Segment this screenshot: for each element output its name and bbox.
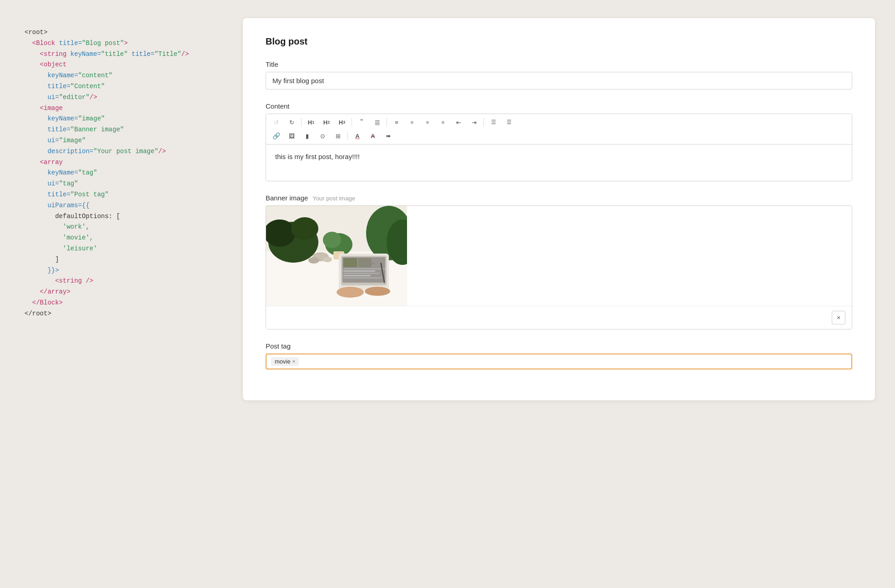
- code-line: ui="editor"/>: [25, 92, 234, 103]
- code-line: title="Post tag": [25, 189, 234, 200]
- editor-container: ↺ ↻ H1 H2 H3 " ≣ ≡ ≡ ≡ ≡ ⇤: [266, 114, 852, 181]
- h3-button[interactable]: H3: [335, 116, 349, 129]
- code-line: description="Your post image"/>: [25, 146, 234, 157]
- h2-button[interactable]: H2: [319, 116, 334, 129]
- code-line: 'movie',: [25, 233, 234, 244]
- editor-content-area[interactable]: this is my first post, horay!!!!: [266, 145, 852, 181]
- code-panel: <root> <Block title="Blog post"> <string…: [15, 14, 243, 405]
- code-line: keyName="tag": [25, 168, 234, 179]
- code-line: <string keyName="title" title="Title"/>: [25, 49, 234, 60]
- code-line: </Block>: [25, 298, 234, 309]
- quote-button[interactable]: ": [354, 116, 369, 129]
- divider: [387, 118, 387, 127]
- tag-remove-button[interactable]: ×: [292, 359, 295, 364]
- code-line: <array: [25, 157, 234, 168]
- align-center-button[interactable]: ≡: [405, 116, 419, 129]
- svg-point-24: [365, 287, 390, 296]
- code-line: <string />: [25, 276, 234, 287]
- code-line: </array>: [25, 287, 234, 298]
- svg-point-12: [323, 257, 332, 262]
- form-panel: Blog post Title Content ↺ ↻ H1 H2 H3: [243, 18, 875, 400]
- divider: [301, 118, 302, 127]
- title-label: Title: [266, 60, 852, 68]
- code-line: keyName="content": [25, 70, 234, 81]
- tag-text: movie: [275, 358, 291, 365]
- code-line: title="Banner image": [25, 125, 234, 135]
- code-line: defaultOptions: [: [25, 211, 234, 222]
- table-button[interactable]: ⊞: [331, 130, 345, 142]
- code-line: keyName="image": [25, 114, 234, 125]
- ordered-list-button[interactable]: ☰: [486, 116, 501, 129]
- svg-rect-20: [343, 273, 380, 274]
- tag-item: movie ×: [271, 357, 299, 366]
- svg-point-23: [337, 287, 364, 298]
- content-label: Content: [266, 102, 852, 110]
- code-line: uiParams={{: [25, 200, 234, 211]
- divider: [483, 118, 484, 127]
- remove-image-button[interactable]: ×: [832, 311, 845, 324]
- post-tag-field-group: Post tag movie ×: [266, 342, 852, 369]
- svg-rect-19: [343, 270, 375, 272]
- code-line: 'work',: [25, 222, 234, 233]
- banner-label: Banner image: [266, 194, 308, 202]
- svg-point-11: [308, 257, 319, 264]
- font-color-button[interactable]: A: [350, 130, 365, 142]
- banner-image[interactable]: [266, 206, 407, 306]
- align-left-button[interactable]: ≡: [389, 116, 404, 129]
- justify-button[interactable]: ≡: [436, 116, 450, 129]
- divider: [352, 118, 352, 127]
- svg-rect-22: [343, 277, 382, 279]
- align-right-button[interactable]: ≡: [420, 116, 435, 129]
- svg-rect-17: [358, 258, 372, 267]
- form-title: Blog post: [266, 36, 852, 47]
- code-line: 'leisure': [25, 244, 234, 254]
- toolbar-row-2: 🔗 🖼 ▮ ⊙ ⊞ A A ➠: [269, 130, 849, 142]
- image-upload-container: ×: [266, 205, 852, 329]
- content-field-group: Content ↺ ↻ H1 H2 H3 " ≣ ≡: [266, 102, 852, 181]
- title-input[interactable]: [266, 72, 852, 90]
- divider-button[interactable]: ≣: [370, 116, 384, 129]
- link-button[interactable]: 🔗: [269, 130, 283, 142]
- indent-button[interactable]: ⇥: [467, 116, 481, 129]
- h1-button[interactable]: H1: [304, 116, 318, 129]
- code-line: </root>: [25, 309, 234, 319]
- outdent-button[interactable]: ⇤: [451, 116, 466, 129]
- svg-point-6: [323, 232, 341, 248]
- code-line: title="Content": [25, 81, 234, 92]
- banner-label-row: Banner image Your post image: [266, 194, 852, 202]
- title-field-group: Title: [266, 60, 852, 90]
- image-actions: ×: [266, 306, 852, 329]
- font-highlight-button[interactable]: A: [366, 130, 380, 142]
- code-line: <object: [25, 60, 234, 70]
- svg-rect-16: [343, 258, 357, 267]
- code-line: }}>: [25, 265, 234, 276]
- divider: [347, 131, 348, 140]
- app-container: <root> <Block title="Blog post"> <string…: [15, 14, 880, 405]
- post-tag-label: Post tag: [266, 342, 852, 350]
- unordered-list-button[interactable]: ☰: [502, 116, 516, 129]
- svg-point-4: [291, 217, 318, 240]
- banner-description: Your post image: [312, 195, 355, 202]
- code-button[interactable]: ⊙: [315, 130, 330, 142]
- code-line: ui="tag": [25, 179, 234, 189]
- code-line: <Block title="Blog post">: [25, 38, 234, 49]
- tag-input-container[interactable]: movie ×: [266, 354, 852, 369]
- code-line: ui="image": [25, 135, 234, 146]
- code-line: <image: [25, 103, 234, 114]
- video-button[interactable]: ▮: [300, 130, 314, 142]
- fullscreen-button[interactable]: ➠: [381, 130, 396, 142]
- code-line: ]: [25, 254, 234, 265]
- redo-button[interactable]: ↻: [284, 116, 299, 129]
- toolbar-row-1: ↺ ↻ H1 H2 H3 " ≣ ≡ ≡ ≡ ≡ ⇤: [269, 116, 849, 129]
- code-line: <root>: [25, 27, 234, 38]
- svg-rect-18: [343, 268, 385, 269]
- editor-toolbar: ↺ ↻ H1 H2 H3 " ≣ ≡ ≡ ≡ ≡ ⇤: [266, 114, 852, 145]
- svg-rect-21: [343, 275, 371, 276]
- undo-button[interactable]: ↺: [269, 116, 283, 129]
- image-button[interactable]: 🖼: [284, 130, 299, 142]
- banner-field-group: Banner image Your post image: [266, 194, 852, 329]
- banner-image-svg: [266, 206, 407, 306]
- editor-text: this is my first post, horay!!!!: [275, 153, 360, 160]
